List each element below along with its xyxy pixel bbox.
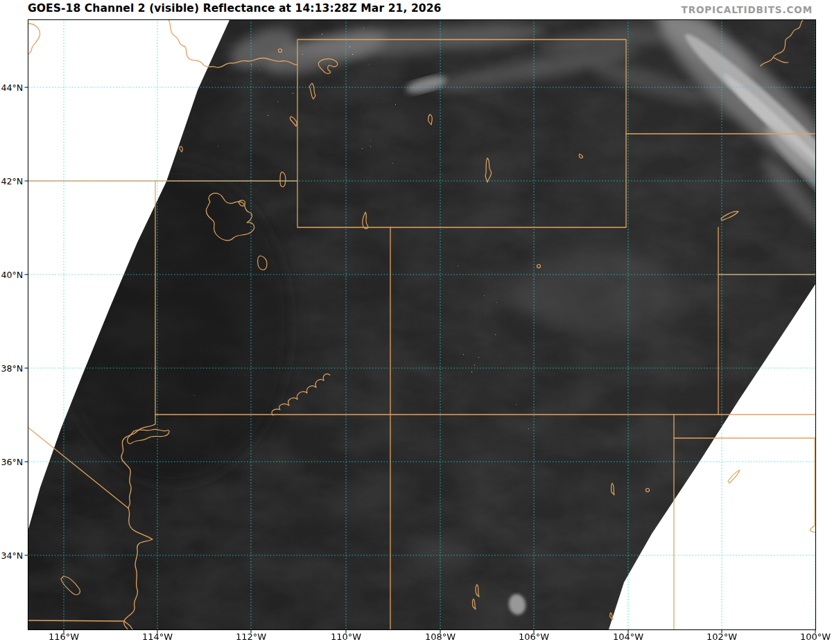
haze-patch-plains: [513, 250, 679, 333]
y-tick-label: 38°N: [0, 363, 23, 374]
satellite-map: [0, 0, 832, 644]
x-tick-label: 110°W: [331, 632, 361, 642]
x-tick-label: 116°W: [49, 632, 79, 642]
snow-la-sal: [399, 317, 413, 337]
satellite-map-page: GOES-18 Channel 2 (visible) Reflectance …: [0, 0, 832, 644]
x-tick-label: 102°W: [707, 632, 737, 642]
map-swath: [28, 0, 832, 629]
x-tick-label: 100°W: [800, 632, 831, 642]
x-tick-label: 114°W: [142, 632, 173, 642]
x-tick-label: 104°W: [613, 632, 643, 642]
x-tick-label: 106°W: [519, 632, 549, 642]
y-tick-label: 40°N: [0, 270, 23, 280]
snow-uinta: [298, 229, 388, 247]
border-ok-tx-100w: [810, 438, 815, 532]
border-oregon-idaho: [28, 24, 40, 54]
snow-abajo: [383, 343, 394, 357]
x-tick-label: 112°W: [236, 632, 266, 642]
lake-meredith: [728, 470, 740, 483]
snow-wasatch: [255, 194, 280, 298]
y-tick-label: 44°N: [0, 82, 23, 93]
cloud-layer: [28, 0, 832, 629]
y-tick-label: 42°N: [0, 176, 23, 186]
y-tick-label: 34°N: [0, 550, 23, 561]
y-tick-label: 36°N: [0, 457, 23, 467]
x-tick-label: 108°W: [425, 632, 456, 642]
texture-black-range: [423, 534, 485, 575]
